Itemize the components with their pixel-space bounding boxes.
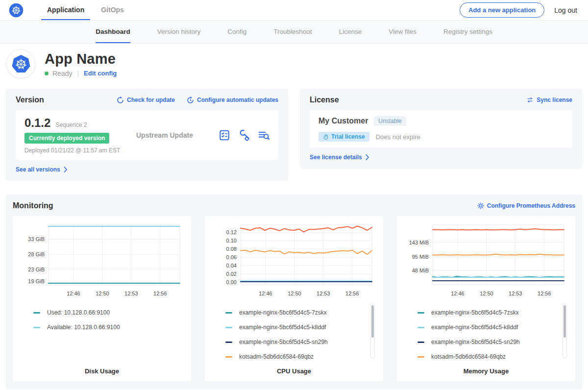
- legend-color-dash: [225, 356, 232, 358]
- sync-license-link[interactable]: Sync license: [526, 97, 572, 103]
- top-nav-tab-label: Application: [47, 6, 84, 14]
- preflight-checks-icon[interactable]: [219, 129, 230, 141]
- memory-usage-legend: example-nginx-5bc6f5d4c5-7zskxexample-ng…: [402, 302, 570, 367]
- svg-text:143 MiB: 143 MiB: [409, 240, 429, 245]
- chevron-right-icon: [64, 167, 68, 172]
- version-card-title: Version: [16, 96, 44, 104]
- legend-color-dash: [33, 312, 40, 314]
- license-details-panel: My Customer Unstable Trial license Does …: [310, 110, 572, 147]
- tab-label: Config: [227, 28, 246, 35]
- license-card-header: License Sync license: [310, 96, 572, 104]
- edit-config-link[interactable]: Edit config: [84, 70, 117, 77]
- logout-button[interactable]: Log out: [554, 6, 577, 14]
- see-license-details-link[interactable]: See license details: [310, 154, 369, 161]
- app-header: App Name Ready | Edit config: [0, 44, 588, 86]
- configure-prometheus-label: Configure Prometheus Address: [487, 202, 575, 209]
- legend-item: example-nginx-5bc6f5d4c5-sn29h: [417, 339, 561, 345]
- tab-config[interactable]: Config: [227, 21, 246, 43]
- sync-license-label: Sync license: [537, 97, 572, 103]
- legend-item: example-nginx-5bc6f5d4c5-7zskx: [225, 309, 368, 316]
- legend-item: example-nginx-5bc6f5d4c5-7zskx: [417, 309, 561, 316]
- svg-text:0.06: 0.06: [226, 254, 237, 260]
- version-card: Version Check for update Configure au: [6, 89, 288, 181]
- see-all-versions-label: See all versions: [16, 166, 60, 173]
- tab-registry-settings[interactable]: Registry settings: [443, 21, 492, 43]
- check-for-update-link[interactable]: Check for update: [117, 97, 175, 104]
- legend-scrollbar-thumb[interactable]: [564, 305, 566, 338]
- monitoring-header: Monitoring Configure Prometheus Address: [13, 201, 575, 210]
- top-nav-tab-gitops[interactable]: GitOps: [95, 0, 130, 20]
- top-nav-tab-application[interactable]: Application: [41, 0, 90, 20]
- svg-text:12:50: 12:50: [480, 291, 493, 296]
- tab-label: License: [339, 28, 362, 35]
- add-application-button[interactable]: Add a new application: [460, 2, 544, 18]
- tab-label: Version history: [157, 28, 201, 35]
- svg-text:12:56: 12:56: [153, 291, 167, 296]
- legend-item: kotsadm-5db6dc6584-69qbz: [225, 353, 368, 360]
- version-number: 0.1.2: [24, 116, 50, 130]
- svg-text:19 GiB: 19 GiB: [28, 278, 45, 284]
- kubernetes-app-icon: [11, 54, 31, 74]
- expiration-label: Does not expire: [376, 133, 420, 141]
- legend-label: Used: 10.128.0.66:9100: [47, 309, 110, 316]
- monitoring-title: Monitoring: [13, 201, 53, 210]
- kubernetes-logo[interactable]: [9, 0, 24, 20]
- version-card-header: Version Check for update Configure au: [16, 96, 278, 104]
- tab-troubleshoot[interactable]: Troubleshoot: [273, 21, 312, 43]
- tab-label: View files: [389, 28, 416, 35]
- edit-config-icon[interactable]: [238, 129, 250, 141]
- see-license-details-label: See license details: [310, 154, 362, 161]
- legend-scrollbar-thumb[interactable]: [371, 305, 374, 338]
- trial-license-badge: Trial license: [318, 132, 369, 142]
- legend-scrollbar: [370, 303, 375, 359]
- svg-text:12:53: 12:53: [124, 291, 138, 296]
- legend-item: example-nginx-5bc6f5d4c5-k8ddf: [417, 324, 561, 331]
- top-nav-tab-label: GitOps: [101, 6, 124, 14]
- svg-text:28 GiB: 28 GiB: [28, 251, 45, 257]
- charts-row: 33 GiB28 GiB23 GiB19 GiB12:4612:5012:531…: [13, 216, 575, 382]
- svg-text:0.08: 0.08: [226, 246, 237, 252]
- svg-text:12:56: 12:56: [345, 291, 359, 296]
- app-avatar: [7, 50, 35, 78]
- sync-arrows-icon: [526, 97, 534, 103]
- legend-item: example-nginx-5bc6f5d4c5-sn29h: [225, 339, 368, 345]
- svg-text:0.04: 0.04: [226, 263, 237, 268]
- legend-item: kotsadm-5db6dc6584-69qbz: [417, 353, 561, 360]
- configure-automatic-updates-link[interactable]: Configure automatic updates: [187, 97, 278, 104]
- kubernetes-icon: [9, 3, 24, 18]
- disk-usage-card: 33 GiB28 GiB23 GiB19 GiB12:4612:5012:531…: [13, 216, 191, 382]
- version-source-label: Upstream Update: [131, 131, 219, 139]
- tab-license[interactable]: License: [339, 21, 362, 43]
- configure-prometheus-link[interactable]: Configure Prometheus Address: [477, 202, 575, 209]
- tab-dashboard[interactable]: Dashboard: [96, 21, 130, 43]
- svg-text:95 MiB: 95 MiB: [412, 254, 429, 260]
- svg-text:33 GiB: 33 GiB: [28, 236, 45, 242]
- refresh-icon: [117, 97, 124, 104]
- chart-title: Memory Usage: [402, 367, 570, 375]
- tab-label: Dashboard: [96, 28, 130, 35]
- tab-version-history[interactable]: Version history: [157, 21, 201, 43]
- version-action-icons: [219, 129, 270, 141]
- legend-color-dash: [417, 356, 424, 358]
- svg-text:0.12: 0.12: [226, 229, 237, 235]
- legend-color-dash: [225, 341, 232, 343]
- legend-color-dash: [417, 341, 424, 343]
- chart-title: CPU Usage: [210, 367, 378, 375]
- cpu-usage-legend: example-nginx-5bc6f5d4c5-7zskxexample-ng…: [210, 302, 378, 367]
- disk-usage-chart: 33 GiB28 GiB23 GiB19 GiB12:4612:5012:531…: [18, 221, 186, 302]
- svg-text:23 GiB: 23 GiB: [28, 267, 45, 272]
- legend-label: kotsadm-5db6dc6584-69qbz: [239, 353, 314, 360]
- svg-text:12:53: 12:53: [509, 291, 522, 296]
- top-nav-right: Add a new application Log out: [460, 0, 577, 20]
- svg-text:12:46: 12:46: [451, 291, 465, 296]
- cpu-usage-card: 0.120.100.080.060.040.020.0012:4612:5012…: [205, 216, 383, 382]
- top-nav: Application GitOps Add a new application…: [0, 0, 588, 21]
- legend-label: Available: 10.128.0.66:9100: [47, 324, 120, 331]
- memory-usage-card: 143 MiB95 MiB48 MiB12:4612:5012:5312:56 …: [397, 216, 575, 382]
- scheduled-update-icon: [187, 97, 194, 104]
- app-status-row: Ready | Edit config: [45, 70, 117, 77]
- deploy-logs-icon[interactable]: [258, 129, 270, 141]
- see-all-versions-link[interactable]: See all versions: [16, 166, 68, 173]
- customer-name: My Customer: [318, 117, 368, 125]
- tab-view-files[interactable]: View files: [389, 21, 416, 43]
